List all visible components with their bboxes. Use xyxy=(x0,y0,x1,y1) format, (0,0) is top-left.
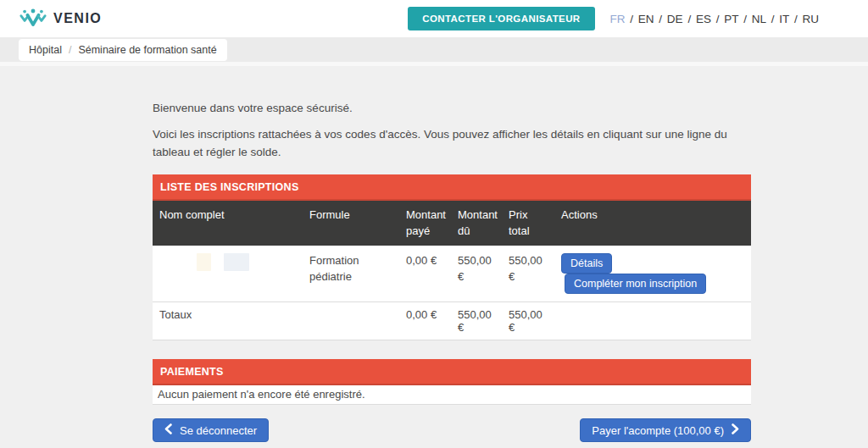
col-montant-du: Montant dû xyxy=(451,201,502,246)
cell-montant-paye: 0,00 € xyxy=(399,246,451,302)
col-formule: Formule xyxy=(303,201,399,246)
totals-montant-du: 550,00 € xyxy=(451,302,502,340)
col-montant-paye: Montant payé xyxy=(399,201,451,246)
breadcrumb-item-seminaire: Séminaire de formation santé xyxy=(78,44,216,56)
top-header: VENIO CONTACTER L'ORGANISATEUR FR / EN /… xyxy=(0,0,868,37)
lang-separator: / xyxy=(738,13,751,25)
redacted-name xyxy=(159,253,298,271)
cell-nom-complet xyxy=(153,246,303,302)
totals-montant-paye: 0,00 € xyxy=(399,302,451,340)
details-button[interactable]: Détails xyxy=(561,253,612,274)
breadcrumb-item-hopital[interactable]: Hôpital xyxy=(29,44,62,56)
totals-label: Totaux xyxy=(153,302,303,340)
contact-organizer-button[interactable]: CONTACTER L'ORGANISATEUR xyxy=(408,7,594,30)
header-right: CONTACTER L'ORGANISATEUR FR / EN / DE / … xyxy=(408,7,819,30)
lang-separator: / xyxy=(711,13,724,25)
totals-prix-total: 550,00 € xyxy=(502,302,554,340)
breadcrumb-bar: Hôpital / Séminaire de formation santé xyxy=(0,37,868,66)
pay-deposit-button-label: Payer l'acompte (100,00 €) xyxy=(592,424,724,437)
col-nom-complet: Nom complet xyxy=(153,201,303,246)
lang-separator: / xyxy=(766,13,779,25)
lang-ru[interactable]: RU xyxy=(803,13,820,25)
main-content: Bienvenue dans votre espace sécurisé. Vo… xyxy=(153,66,751,442)
lang-separator: / xyxy=(654,13,667,25)
breadcrumb-separator: / xyxy=(69,44,71,56)
inscription-row[interactable]: Formation pédiatrie 0,00 € 550,00 € 550,… xyxy=(153,246,751,302)
lang-nl[interactable]: NL xyxy=(752,13,766,25)
brand-name: VENIO xyxy=(53,11,102,26)
breadcrumb: Hôpital / Séminaire de formation santé xyxy=(19,39,227,61)
paiements-section: PAIEMENTS Aucun paiement n'a encore été … xyxy=(153,359,751,405)
table-header-row: Nom complet Formule Montant payé Montant… xyxy=(153,201,751,246)
lang-separator: / xyxy=(789,13,802,25)
chevron-right-icon xyxy=(732,423,739,437)
complete-inscription-button[interactable]: Compléter mon inscription xyxy=(565,274,706,294)
redacted-lastname-block xyxy=(224,253,249,271)
cell-montant-du: 550,00 € xyxy=(451,246,502,302)
inscriptions-table: Nom complet Formule Montant payé Montant… xyxy=(153,201,751,341)
logout-button[interactable]: Se déconnecter xyxy=(153,418,269,442)
lang-fr[interactable]: FR xyxy=(610,13,626,25)
venio-logo-icon xyxy=(19,8,47,30)
redacted-firstname-block xyxy=(197,253,211,271)
cell-actions: Détails Compléter mon inscription xyxy=(554,246,751,302)
intro-text: Bienvenue dans votre espace sécurisé. Vo… xyxy=(153,100,751,162)
cell-formule: Formation pédiatrie xyxy=(303,246,399,302)
logout-button-label: Se déconnecter xyxy=(180,424,257,437)
cell-prix-total: 550,00 € xyxy=(502,246,554,302)
instructions-line: Voici les inscriptions rattachées à vos … xyxy=(153,126,751,162)
col-actions: Actions xyxy=(554,201,751,246)
footer-actions: Se déconnecter Payer l'acompte (100,00 €… xyxy=(153,418,751,442)
lang-separator: / xyxy=(683,13,696,25)
lang-en[interactable]: EN xyxy=(638,13,654,25)
lang-pt[interactable]: PT xyxy=(724,13,738,25)
col-prix-total: Prix total xyxy=(502,201,554,246)
language-switcher: FR / EN / DE / ES / PT / NL / IT / RU xyxy=(610,13,819,25)
totals-row: Totaux 0,00 € 550,00 € 550,00 € xyxy=(153,302,751,340)
lang-de[interactable]: DE xyxy=(667,13,683,25)
paiements-empty-message: Aucun paiement n'a encore été enregistré… xyxy=(153,385,751,405)
welcome-line: Bienvenue dans votre espace sécurisé. xyxy=(153,100,751,118)
lang-it[interactable]: IT xyxy=(779,13,789,25)
inscriptions-panel-title: LISTE DES INSCRIPTIONS xyxy=(153,174,751,201)
chevron-left-icon xyxy=(164,423,172,437)
lang-separator: / xyxy=(626,13,638,25)
paiements-panel-title: PAIEMENTS xyxy=(153,359,751,385)
pay-deposit-button[interactable]: Payer l'acompte (100,00 €) xyxy=(580,418,751,442)
lang-es[interactable]: ES xyxy=(696,13,711,25)
inscriptions-section: LISTE DES INSCRIPTIONS Nom complet Formu… xyxy=(153,174,751,341)
venio-logo[interactable]: VENIO xyxy=(19,8,102,30)
